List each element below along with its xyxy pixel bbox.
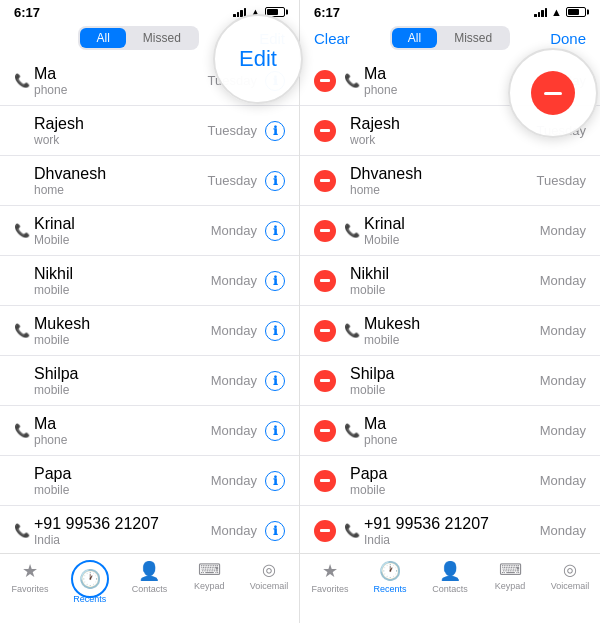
call-day: Tuesday [208,173,257,188]
info-button[interactable]: ℹ [265,521,285,541]
call-day: Tuesday [537,173,586,188]
call-day: Monday [211,273,257,288]
done-button[interactable]: Done [550,30,586,47]
all-tab-left[interactable]: All [80,28,125,48]
delete-indicator[interactable] [314,470,336,492]
list-item[interactable]: 📞 +91 99536 21207 India Monday ℹ [0,506,299,553]
tab-recents[interactable]: 🕐 Recents [360,560,420,594]
info-button[interactable]: ℹ [265,221,285,241]
voicemail-icon: ◎ [563,560,577,579]
left-segment-control[interactable]: All Missed [78,26,198,50]
right-status-icons: ▲ [534,6,586,18]
info-button[interactable]: ℹ [265,321,285,341]
phone-icon: 📞 [14,523,28,538]
delete-indicator[interactable] [314,320,336,342]
tab-keypad[interactable]: ⌨ Keypad [179,560,239,591]
list-item[interactable]: 📞 Mukesh mobile Monday [300,306,600,356]
call-day: Tuesday [208,123,257,138]
delete-indicator[interactable] [314,270,336,292]
contact-type: mobile [350,483,540,497]
list-item[interactable]: 📞 Krinal Mobile Monday [300,206,600,256]
tab-favorites[interactable]: ★ Favorites [0,560,60,594]
wifi-icon: ▲ [551,6,562,18]
contact-name: Ma [34,64,208,83]
delete-indicator[interactable] [314,120,336,142]
edit-overlay[interactable]: Edit [213,14,303,104]
list-item[interactable]: Papa mobile Monday [300,456,600,506]
info-button[interactable]: ℹ [265,371,285,391]
tab-recents-label: Recents [73,594,106,604]
list-item[interactable]: Shilpa mobile Monday [300,356,600,406]
tab-contacts[interactable]: 👤 Contacts [120,560,180,594]
contact-name: Nikhil [350,264,540,283]
delete-circle[interactable] [531,71,575,115]
tab-keypad-label: Keypad [495,581,526,591]
contact-type: Mobile [34,233,211,247]
phone-icon: 📞 [14,423,28,438]
contact-name: Nikhil [34,264,211,283]
contact-name: Krinal [364,214,540,233]
list-item[interactable]: 📞 Ma phone Monday ℹ [0,406,299,456]
info-button[interactable]: ℹ [265,171,285,191]
list-item[interactable]: Rajesh work Tuesday ℹ [0,106,299,156]
tab-recents[interactable]: 🕐 Recents [60,560,120,604]
right-segment-control[interactable]: All Missed [390,26,510,50]
contacts-icon: 👤 [138,560,160,582]
delete-overlay[interactable] [508,48,598,138]
contact-type: mobile [350,383,540,397]
list-item[interactable]: 📞 +91 99536 21207 India Monday [300,506,600,553]
right-status-time: 6:17 [314,5,340,20]
contact-name: Ma [364,414,540,433]
star-icon: ★ [22,560,38,582]
delete-indicator[interactable] [314,420,336,442]
missed-tab-right[interactable]: Missed [438,28,508,48]
contact-type: work [350,133,537,147]
call-day: Monday [211,223,257,238]
call-day: Monday [211,323,257,338]
all-tab-right[interactable]: All [392,28,437,48]
list-item[interactable]: Dhvanesh home Tuesday ℹ [0,156,299,206]
list-item[interactable]: Shilpa mobile Monday ℹ [0,356,299,406]
tab-keypad[interactable]: ⌨ Keypad [480,560,540,591]
tab-recents-label: Recents [373,584,406,594]
recents-circle: 🕐 [71,560,109,598]
signal-icon [534,7,547,17]
info-button[interactable]: ℹ [265,121,285,141]
tab-keypad-label: Keypad [194,581,225,591]
list-item[interactable]: Dhvanesh home Tuesday [300,156,600,206]
call-day: Monday [211,423,257,438]
contact-type: mobile [34,333,211,347]
edit-overlay-text: Edit [239,46,277,72]
tab-voicemail[interactable]: ◎ Voicemail [540,560,600,591]
list-item[interactable]: 📞 Ma phone Monday [300,406,600,456]
list-item[interactable]: Nikhil mobile Monday [300,256,600,306]
list-item[interactable]: Papa mobile Monday ℹ [0,456,299,506]
missed-tab-left[interactable]: Missed [127,28,197,48]
left-status-time: 6:17 [14,5,40,20]
info-button[interactable]: ℹ [265,271,285,291]
tab-contacts-label: Contacts [132,584,168,594]
contact-type: home [34,183,208,197]
info-button[interactable]: ℹ [265,421,285,441]
list-item[interactable]: 📞 Krinal Mobile Monday ℹ [0,206,299,256]
clear-button[interactable]: Clear [314,30,350,47]
tab-contacts[interactable]: 👤 Contacts [420,560,480,594]
tab-voicemail[interactable]: ◎ Voicemail [239,560,299,591]
list-item[interactable]: 📞 Mukesh mobile Monday ℹ [0,306,299,356]
tab-contacts-label: Contacts [432,584,468,594]
delete-indicator[interactable] [314,70,336,92]
phone-icon: 📞 [344,423,358,438]
contacts-icon: 👤 [439,560,461,582]
delete-indicator[interactable] [314,370,336,392]
tab-favorites[interactable]: ★ Favorites [300,560,360,594]
contact-type: mobile [34,283,211,297]
delete-indicator[interactable] [314,520,336,542]
call-day: Monday [540,373,586,388]
tab-voicemail-label: Voicemail [250,581,289,591]
delete-indicator[interactable] [314,170,336,192]
phone-icon: 📞 [344,223,358,238]
contact-name: Rajesh [350,114,537,133]
list-item[interactable]: Nikhil mobile Monday ℹ [0,256,299,306]
delete-indicator[interactable] [314,220,336,242]
info-button[interactable]: ℹ [265,471,285,491]
